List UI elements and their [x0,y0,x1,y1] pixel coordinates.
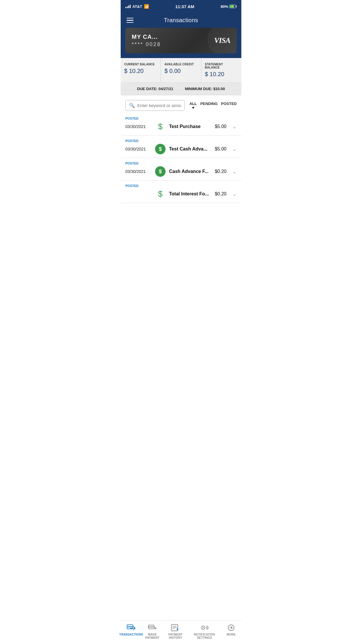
chevron-down-icon: ⌄ [232,168,237,175]
transaction-status: POSTED [125,184,237,188]
dollar-filled-icon: $ [155,144,166,154]
status-right: 80% ⚡ [221,4,237,9]
battery-icon: ⚡ [229,5,237,8]
card-section: MY CA... **** 0028 VISA [121,28,241,58]
filter-tab-all[interactable]: ALL [189,102,197,110]
status-left: AT&T 📶 [125,4,149,9]
carrier-label: AT&T [132,4,142,9]
card-number: **** 0028 [132,41,161,48]
current-balance-item: CURRENT BALANCE $ 10.20 [121,58,161,82]
search-icon: 🔍 [129,103,135,108]
battery-percentage: 80% [221,4,228,9]
statement-balance-item: STATEMENT BALANCE $ 10.20 [201,58,241,82]
statement-balance-amount: $ 10.20 [205,71,238,78]
filter-tab-posted[interactable]: POSTED [221,102,237,107]
table-row[interactable]: POSTED $ Total Interest Fo... $0.20 ⌄ [121,181,241,203]
app-header: Transactions [121,13,241,28]
transaction-icon: $ [155,121,166,132]
transaction-row: 03/30/2021 $ Cash Advance F... $0.20 ⌄ [125,166,237,177]
due-date-item: DUE DATE: 04/27/21 [137,87,173,91]
transaction-row: 03/30/2021 $ Test Purchase $5.00 ⌄ [125,121,237,132]
wifi-icon: 📶 [144,4,149,9]
table-row[interactable]: POSTED 03/30/2021 $ Test Cash Adva... $5… [121,136,241,158]
minimum-due-item: MINIMUM DUE: $10.00 [185,87,225,91]
transactions-list: POSTED 03/30/2021 $ Test Purchase $5.00 … [121,113,241,203]
current-balance-amount: $ 10.20 [124,68,157,74]
page-title: Transactions [164,17,198,24]
transaction-status: POSTED [125,117,237,120]
transaction-name: Test Purchase [169,124,211,129]
chevron-down-icon: ⌄ [232,191,237,197]
transaction-icon: $ [155,166,166,177]
available-credit-label: AVAILABLE CREDIT [164,63,197,66]
due-date-value: 04/27/21 [159,87,173,91]
available-credit-amount: $ 0.00 [164,68,197,74]
transaction-date: 03/30/2021 [125,169,152,174]
balance-section: CURRENT BALANCE $ 10.20 AVAILABLE CREDIT… [121,58,241,83]
due-date-label: DUE DATE: [137,87,157,91]
transaction-name: Test Cash Adva... [169,146,211,152]
transaction-name: Cash Advance F... [169,169,211,174]
chevron-down-icon: ⌄ [232,146,237,152]
status-time: 11:37 AM [175,4,194,9]
filter-tab-pending[interactable]: PENDING [200,102,217,107]
dollar-filled-icon: $ [155,166,166,177]
status-bar: AT&T 📶 11:37 AM 80% ⚡ [121,0,241,13]
transaction-amount: $0.20 [215,169,226,174]
transaction-date: 03/30/2021 [125,147,152,151]
transaction-row: $ Total Interest Fo... $0.20 ⌄ [125,189,237,199]
filter-tabs: ALL PENDING POSTED [189,102,237,110]
available-credit-item: AVAILABLE CREDIT $ 0.00 [161,58,201,82]
transaction-amount: $0.20 [215,191,226,197]
dollar-outline-icon: $ [158,189,163,199]
menu-button[interactable] [126,18,133,23]
transaction-icon: $ [155,189,166,199]
card-name: MY CA... [132,34,161,40]
transaction-icon: $ [155,144,166,154]
transaction-status: POSTED [125,139,237,143]
due-date-section: DUE DATE: 04/27/21 MINIMUM DUE: $10.00 [121,83,241,95]
minimum-due-label: MINIMUM DUE: [185,87,212,91]
transaction-status: POSTED [125,162,237,165]
chevron-down-icon: ⌄ [232,123,237,130]
statement-balance-label: STATEMENT BALANCE [205,63,238,69]
table-row[interactable]: POSTED 03/30/2021 $ Test Purchase $5.00 … [121,113,241,136]
signal-bars-icon [125,5,131,8]
transaction-row: 03/30/2021 $ Test Cash Adva... $5.00 ⌄ [125,144,237,154]
minimum-due-value: $10.00 [213,87,225,91]
table-row[interactable]: POSTED 03/30/2021 $ Cash Advance F... $0… [121,158,241,181]
search-filter-section: 🔍 ALL PENDING POSTED [121,95,241,113]
transaction-name: Total Interest Fo... [169,191,211,197]
transaction-amount: $5.00 [215,124,226,129]
search-box[interactable]: 🔍 [125,100,185,111]
transaction-amount: $5.00 [215,146,226,152]
dollar-outline-icon: $ [158,122,163,131]
credit-card[interactable]: MY CA... **** 0028 VISA [125,28,237,53]
current-balance-label: CURRENT BALANCE [124,63,157,66]
transaction-date: 03/30/2021 [125,124,152,129]
visa-logo: VISA [214,36,230,45]
search-input[interactable] [137,103,181,108]
